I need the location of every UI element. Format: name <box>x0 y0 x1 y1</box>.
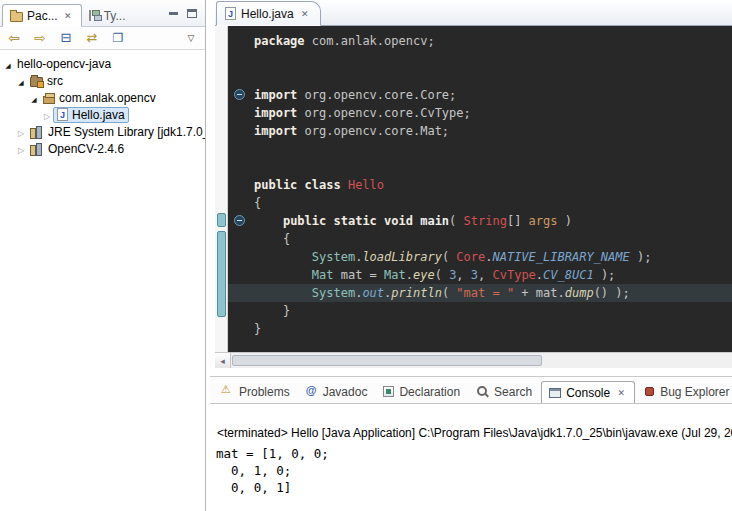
tree-item[interactable]: OpenCV-2.4.6 <box>0 140 205 157</box>
tree-indent <box>0 80 15 81</box>
fold-collapse-icon[interactable] <box>234 215 245 226</box>
code-token: loadLibrary <box>362 250 441 264</box>
tab-problems[interactable]: Problems <box>214 380 297 403</box>
view-menu-icon[interactable] <box>183 30 199 46</box>
code-line[interactable] <box>228 158 732 176</box>
tree-indent <box>0 131 15 132</box>
minimize-icon[interactable] <box>169 12 178 15</box>
tab-declaration[interactable]: Declaration <box>376 380 467 403</box>
code-line[interactable]: System.out.println( "mat = " + mat.dump(… <box>228 284 732 302</box>
scroll-left-icon[interactable] <box>215 353 231 368</box>
console-content: <terminated> Hello [Java Application] C:… <box>210 404 732 511</box>
code-area[interactable]: package com.anlak.opencv;import org.open… <box>228 26 732 352</box>
code-line[interactable]: System.loadLibrary( Core.NATIVE_LIBRARY_… <box>228 248 732 266</box>
twistie-icon[interactable] <box>15 74 27 88</box>
editor-tab-hello-java[interactable]: Hello.java <box>216 1 321 26</box>
tree-item-label: Hello.java <box>72 108 125 122</box>
code-token: CV_8UC1 <box>543 268 594 282</box>
source-folder-icon <box>30 77 43 87</box>
range-indicator <box>217 231 226 317</box>
search-icon <box>476 385 489 398</box>
tab-bug-explorer[interactable]: Bug Explorer <box>637 380 732 403</box>
editor-area: Hello.java package com.anlak.opencv;impo… <box>215 0 732 368</box>
code-line[interactable]: import org.opencv.core.Core; <box>228 86 732 104</box>
tree-item-content[interactable]: com.anlak.opencv <box>40 90 159 106</box>
tab-label: Console <box>566 386 610 400</box>
package-explorer-toolbar <box>0 27 205 50</box>
code-token: System <box>312 286 355 300</box>
twistie-icon[interactable] <box>15 142 27 156</box>
tab-type-hierarchy[interactable]: Ty... <box>82 4 133 27</box>
fold-collapse-icon[interactable] <box>234 89 245 100</box>
tree-item-content[interactable]: hello-opencv-java <box>14 56 114 72</box>
code-line[interactable]: Mat mat = Mat.eye( 3, 3, CvType.CV_8UC1 … <box>228 266 732 284</box>
tree-item[interactable]: hello-opencv-java <box>0 55 205 72</box>
code-line[interactable] <box>228 140 732 158</box>
code-line[interactable]: public static void main( String[] args ) <box>228 212 732 230</box>
twistie-icon[interactable] <box>2 57 14 71</box>
code-token <box>254 286 312 300</box>
declaration-icon <box>383 386 394 397</box>
back-icon[interactable] <box>6 30 22 46</box>
console-output[interactable]: mat = [1, 0, 0; 0, 1, 0; 0, 0, 1] <box>210 445 732 496</box>
code-token: NATIVE_LIBRARY_NAME <box>492 250 629 264</box>
tab-label: Search <box>494 385 532 399</box>
code-line[interactable]: import org.opencv.core.CvType; <box>228 104 732 122</box>
tab-package-explorer[interactable]: Pac... <box>2 4 82 27</box>
tab-label: Problems <box>239 385 290 399</box>
tree-item-content[interactable]: OpenCV-2.4.6 <box>27 141 127 157</box>
close-icon[interactable] <box>62 10 74 22</box>
code-line[interactable]: package com.anlak.opencv; <box>228 32 732 50</box>
tree-item[interactable]: src <box>0 72 205 89</box>
code-token: () ); <box>594 286 630 300</box>
tree-item-label: src <box>47 74 63 88</box>
tree-item[interactable]: JRE System Library [jdk1.7.0_25] <box>0 123 205 140</box>
code-token: "mat = " <box>456 286 514 300</box>
twistie-icon[interactable] <box>15 125 27 139</box>
close-icon[interactable] <box>615 387 627 399</box>
code-line[interactable]: { <box>228 230 732 248</box>
code-token: org.opencv.core.Core; <box>297 88 456 102</box>
tab-search[interactable]: Search <box>469 380 539 403</box>
code-token: out <box>362 286 384 300</box>
maximize-icon[interactable] <box>187 9 197 18</box>
code-line[interactable]: } <box>228 320 732 338</box>
bottom-tabbar: ProblemsJavadocDeclarationSearchConsoleB… <box>210 377 732 404</box>
editor-body: package com.anlak.opencv;import org.open… <box>215 26 732 352</box>
close-icon[interactable] <box>299 8 311 20</box>
code-line[interactable]: public class Hello <box>228 176 732 194</box>
code-token: + mat. <box>514 286 565 300</box>
tab-javadoc[interactable]: Javadoc <box>299 380 375 403</box>
project-tree: hello-opencv-javasrccom.anlak.opencvHell… <box>0 50 205 157</box>
code-token: mat = <box>333 268 384 282</box>
tree-item-content[interactable]: src <box>27 73 66 89</box>
bug-icon <box>645 387 654 396</box>
tree-item-content[interactable]: JRE System Library [jdk1.7.0_25] <box>27 124 205 140</box>
tree-item-content[interactable]: Hello.java <box>53 107 129 123</box>
scrollbar-thumb[interactable] <box>232 355 542 366</box>
twistie-icon[interactable] <box>28 91 40 105</box>
collapse-all-icon[interactable] <box>58 30 74 46</box>
focus-icon[interactable] <box>110 30 126 46</box>
code-line[interactable]: import org.opencv.core.Mat; <box>228 122 732 140</box>
code-token: 3 <box>471 268 478 282</box>
code-line[interactable]: } <box>228 302 732 320</box>
twistie-icon[interactable] <box>41 108 53 122</box>
package-explorer-icon <box>10 12 23 22</box>
code-token: org.opencv.core.Mat; <box>297 124 449 138</box>
annotation-ruler[interactable] <box>215 26 228 352</box>
tree-item[interactable]: com.anlak.opencv <box>0 89 205 106</box>
tab-console[interactable]: Console <box>541 381 635 404</box>
forward-icon[interactable] <box>32 30 48 46</box>
code-token: import <box>254 124 297 138</box>
tree-item[interactable]: Hello.java <box>0 106 205 123</box>
code-token <box>254 268 312 282</box>
code-line[interactable] <box>228 68 732 86</box>
code-token: main <box>420 214 449 228</box>
code-token: dump <box>565 286 594 300</box>
editor-hscrollbar[interactable] <box>215 352 732 368</box>
console-panel: ProblemsJavadocDeclarationSearchConsoleB… <box>210 376 732 511</box>
code-line[interactable] <box>228 50 732 68</box>
code-line[interactable]: { <box>228 194 732 212</box>
link-with-editor-icon[interactable] <box>84 30 100 46</box>
